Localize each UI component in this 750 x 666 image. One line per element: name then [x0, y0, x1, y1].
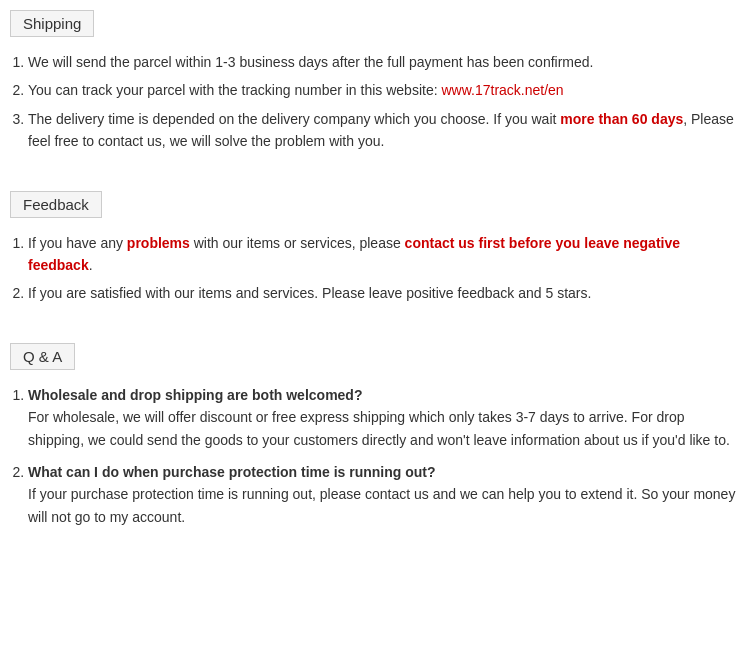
shipping-section: Shipping We will send the parcel within …	[10, 10, 740, 153]
feedback-problems: problems	[127, 235, 190, 251]
shipping-header: Shipping	[10, 10, 94, 37]
qa-list: Wholesale and drop shipping are both wel…	[28, 384, 740, 528]
feedback-item-1-before: If you have any	[28, 235, 127, 251]
tracking-link[interactable]: www.17track.net/en	[441, 82, 563, 98]
qa-section: Q & A Wholesale and drop shipping are bo…	[10, 343, 740, 528]
shipping-item-1: We will send the parcel within 1-3 busin…	[28, 51, 740, 73]
feedback-item-1: If you have any problems with our items …	[28, 232, 740, 277]
qa-answer-1: For wholesale, we will offer discount or…	[28, 406, 740, 451]
feedback-item-1-after: .	[89, 257, 93, 273]
feedback-list: If you have any problems with our items …	[28, 232, 740, 305]
qa-question-2: What can I do when purchase protection t…	[28, 461, 740, 483]
feedback-header: Feedback	[10, 191, 102, 218]
shipping-item-1-text: We will send the parcel within 1-3 busin…	[28, 54, 593, 70]
feedback-item-1-middle: with our items or services, please	[190, 235, 405, 251]
shipping-item-2-before: You can track your parcel with the track…	[28, 82, 441, 98]
shipping-list: We will send the parcel within 1-3 busin…	[28, 51, 740, 153]
shipping-item-3-before: The delivery time is depended on the del…	[28, 111, 560, 127]
shipping-item-2: You can track your parcel with the track…	[28, 79, 740, 101]
feedback-section: Feedback If you have any problems with o…	[10, 191, 740, 305]
qa-header: Q & A	[10, 343, 75, 370]
qa-item-1: Wholesale and drop shipping are both wel…	[28, 384, 740, 451]
qa-question-1: Wholesale and drop shipping are both wel…	[28, 384, 740, 406]
qa-answer-2: If your purchase protection time is runn…	[28, 483, 740, 528]
feedback-item-2-text: If you are satisfied with our items and …	[28, 285, 591, 301]
qa-item-2: What can I do when purchase protection t…	[28, 461, 740, 528]
feedback-item-2: If you are satisfied with our items and …	[28, 282, 740, 304]
shipping-highlight: more than 60 days	[560, 111, 683, 127]
shipping-item-3: The delivery time is depended on the del…	[28, 108, 740, 153]
